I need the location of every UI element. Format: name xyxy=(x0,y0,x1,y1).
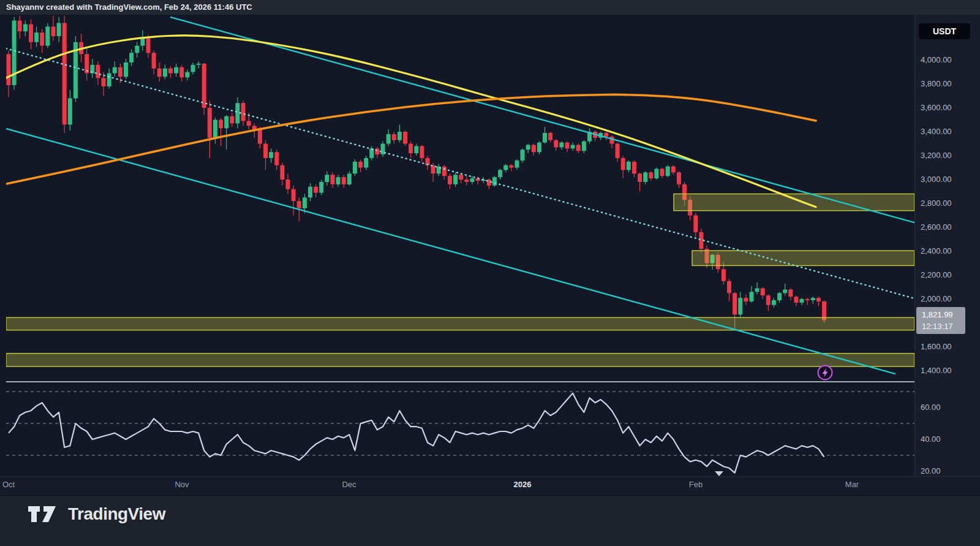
tradingview-chart-screenshot: Shayannv created with TradingView.com, F… xyxy=(0,0,980,546)
ma-orange-line xyxy=(6,94,816,184)
resistance-zone-2350 xyxy=(692,251,914,265)
support-resistance-zones xyxy=(6,194,914,366)
support-zone-1800 xyxy=(6,317,914,330)
channel-median-dotted-line xyxy=(6,48,914,298)
rsi-line xyxy=(9,393,824,473)
last-price-value: 1,821.99 xyxy=(922,309,965,320)
channel-top-trendline xyxy=(170,17,914,222)
ma-yellow-line xyxy=(6,36,816,207)
candlestick-series xyxy=(7,16,827,329)
bar-countdown: 12:13:17 xyxy=(922,320,965,332)
chart-canvas[interactable] xyxy=(0,0,980,546)
tradingview-logo-icon xyxy=(28,504,59,525)
rsi-gridlines xyxy=(6,392,914,455)
last-price-label: 1,821.99 12:13:17 xyxy=(916,307,965,334)
support-zone-1500 xyxy=(6,354,914,366)
tradingview-logo-text: TradingView xyxy=(68,504,165,524)
tradingview-logo: TradingView xyxy=(28,504,165,525)
resistance-zone-2800 xyxy=(674,194,914,210)
flash-boost-icon[interactable] xyxy=(818,366,832,380)
realtime-caret-icon[interactable] xyxy=(715,471,723,476)
quote-currency-button[interactable]: USDT xyxy=(919,23,970,39)
